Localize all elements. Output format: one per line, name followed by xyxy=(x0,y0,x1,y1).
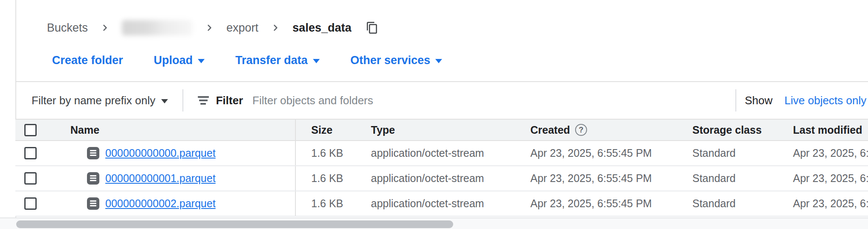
table-row: 000000000000.parquet 1.6 KB application/… xyxy=(15,141,868,166)
column-header-name: Name xyxy=(47,124,295,136)
transfer-data-label: Transfer data xyxy=(235,54,308,67)
horizontal-scrollbar-track[interactable] xyxy=(0,217,868,229)
chevron-down-icon xyxy=(313,59,320,63)
type-cell: application/octet-stream xyxy=(355,197,514,210)
column-header-storage-class: Storage class xyxy=(676,124,777,136)
chevron-down-icon xyxy=(198,59,205,63)
row-checkbox-cell xyxy=(15,197,47,210)
chevron-down-icon xyxy=(161,99,168,103)
upload-label: Upload xyxy=(154,54,193,67)
type-cell: application/octet-stream xyxy=(355,172,514,185)
other-services-label: Other services xyxy=(350,54,431,67)
table-row: 000000000001.parquet 1.6 KB application/… xyxy=(15,166,868,191)
storage-class-cell: Standard xyxy=(676,147,777,159)
upload-button[interactable]: Upload xyxy=(154,54,205,67)
toolbar: Create folder Upload Transfer data Other… xyxy=(52,50,442,71)
chevron-right-icon xyxy=(101,23,109,32)
created-cell: Apr 23, 2025, 6:55:45 PM xyxy=(514,172,676,185)
type-cell: application/octet-stream xyxy=(355,147,514,159)
header-checkbox-cell xyxy=(15,124,47,136)
other-services-button[interactable]: Other services xyxy=(350,54,443,67)
copy-icon[interactable] xyxy=(366,21,379,34)
object-name-cell: 000000000002.parquet xyxy=(47,197,295,210)
object-link[interactable]: 000000000001.parquet xyxy=(105,172,216,185)
column-header-last-modified: Last modified xyxy=(777,124,868,136)
chevron-right-icon xyxy=(271,23,280,32)
created-cell: Apr 23, 2025, 6:55:45 PM xyxy=(514,147,676,159)
column-header-size: Size xyxy=(295,120,355,140)
vertical-divider xyxy=(735,89,736,112)
filter-bar: Filter by name prefix only Filter Show L… xyxy=(15,81,868,119)
filter-input[interactable] xyxy=(252,94,619,107)
filter-type-dropdown[interactable]: Filter by name prefix only xyxy=(32,94,168,107)
breadcrumb: Buckets export sales_data xyxy=(47,16,379,39)
column-header-type: Type xyxy=(355,124,514,136)
last-modified-cell: Apr 23, 2025, 6:55:45 PM xyxy=(777,172,868,185)
object-name-cell: 000000000001.parquet xyxy=(47,172,295,185)
file-icon xyxy=(87,172,100,185)
storage-class-cell: Standard xyxy=(676,197,777,210)
object-name-cell: 000000000000.parquet xyxy=(47,147,295,160)
size-cell: 1.6 KB xyxy=(295,166,355,191)
column-header-created: Created ? xyxy=(514,124,676,136)
filter-type-label: Filter by name prefix only xyxy=(32,94,155,107)
last-modified-cell: Apr 23, 2025, 6:55:45 PM xyxy=(777,147,868,159)
transfer-data-button[interactable]: Transfer data xyxy=(235,54,320,67)
breadcrumb-current-folder: sales_data xyxy=(292,21,351,35)
size-cell: 1.6 KB xyxy=(295,191,355,216)
show-objects-dropdown[interactable]: Live objects only xyxy=(784,94,866,107)
show-label: Show xyxy=(745,94,773,107)
object-link[interactable]: 000000000000.parquet xyxy=(105,147,216,159)
row-checkbox[interactable] xyxy=(24,147,37,159)
created-label: Created xyxy=(530,124,570,136)
breadcrumb-export-link[interactable]: export xyxy=(226,21,258,35)
filter-icon xyxy=(197,95,210,106)
last-modified-cell: Apr 23, 2025, 6:55:45 PM xyxy=(777,197,868,210)
table-row: 000000000002.parquet 1.6 KB application/… xyxy=(15,191,868,217)
breadcrumb-bucket-name-redacted[interactable] xyxy=(122,20,192,35)
chevron-right-icon xyxy=(205,23,214,32)
select-all-checkbox[interactable] xyxy=(24,124,37,136)
row-checkbox-cell xyxy=(15,147,47,159)
size-cell: 1.6 KB xyxy=(295,141,355,165)
table-header-row: Name Size Type Created ? Storage class L… xyxy=(15,119,868,141)
row-checkbox[interactable] xyxy=(24,197,37,210)
horizontal-scrollbar-thumb[interactable] xyxy=(16,220,453,228)
file-icon xyxy=(87,147,100,160)
chevron-down-icon xyxy=(435,59,442,63)
storage-class-cell: Standard xyxy=(676,172,777,185)
help-icon[interactable]: ? xyxy=(575,124,587,136)
filter-bar-right: Show Live objects only xyxy=(735,82,866,119)
create-folder-label: Create folder xyxy=(52,54,123,67)
vertical-divider xyxy=(182,89,183,112)
row-checkbox-cell xyxy=(15,172,47,185)
created-cell: Apr 23, 2025, 6:55:45 PM xyxy=(514,197,676,210)
filter-label: Filter xyxy=(216,94,243,107)
create-folder-button[interactable]: Create folder xyxy=(52,54,123,67)
row-checkbox[interactable] xyxy=(24,172,37,185)
breadcrumb-buckets-link[interactable]: Buckets xyxy=(47,21,88,35)
file-icon xyxy=(87,197,100,210)
object-link[interactable]: 000000000002.parquet xyxy=(105,197,216,210)
